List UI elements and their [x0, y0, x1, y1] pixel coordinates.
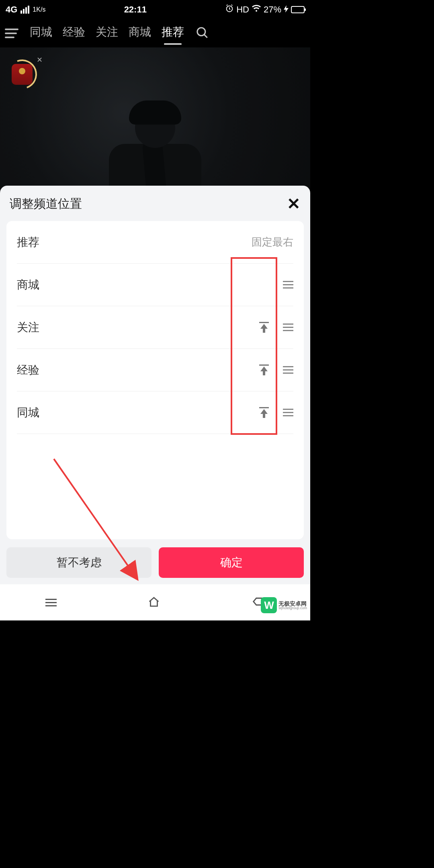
tab-follow[interactable]: 关注: [96, 25, 118, 42]
charging-icon: [284, 4, 289, 15]
battery-percent: 27%: [264, 4, 281, 15]
search-icon[interactable]: [195, 26, 209, 41]
recent-apps-button[interactable]: [45, 599, 57, 606]
home-button[interactable]: [147, 595, 161, 610]
watermark-title: 无极安卓网: [278, 601, 307, 606]
battery-icon: [291, 6, 305, 13]
watermark: W 无极安卓网 wjhotelgroup.com: [261, 597, 307, 613]
signal-icon: [20, 6, 29, 14]
watermark-url: wjhotelgroup.com: [278, 606, 307, 610]
channel-order-sheet: 调整频道位置 ✕ 推荐 固定最右 商城 关注 经验 同城: [0, 186, 310, 584]
svg-point-1: [197, 28, 205, 36]
wifi-icon: [252, 4, 261, 16]
channel-name: 推荐: [17, 235, 252, 250]
drag-handle-icon[interactable]: [283, 323, 293, 331]
channel-tabs: 同城 经验 关注 商城 推荐: [30, 25, 184, 42]
tab-recommend[interactable]: 推荐: [162, 25, 184, 42]
network-type: 4G: [6, 4, 17, 15]
cancel-button[interactable]: 暂不考虑: [6, 547, 151, 578]
status-bar: 4G 1K/s 22:11 HD 27%: [0, 0, 310, 19]
close-reward-icon[interactable]: ✕: [37, 55, 43, 64]
watermark-logo: W: [261, 597, 277, 613]
menu-icon[interactable]: [5, 29, 18, 38]
drag-handle-icon[interactable]: [283, 281, 293, 289]
channel-name: 关注: [17, 320, 257, 335]
drag-handle-icon[interactable]: [283, 409, 293, 416]
annotation-highlight-box: [231, 257, 277, 435]
tab-mall[interactable]: 商城: [129, 25, 151, 42]
channel-name: 商城: [17, 277, 257, 293]
alarm-icon: [225, 4, 234, 15]
channel-name: 同城: [17, 405, 257, 420]
tab-local[interactable]: 同城: [30, 25, 52, 42]
channel-name: 经验: [17, 362, 257, 378]
drag-handle-icon[interactable]: [283, 366, 293, 374]
tab-experience[interactable]: 经验: [63, 25, 85, 42]
channel-list: 推荐 固定最右 商城 关注 经验 同城: [6, 221, 304, 539]
top-nav: 同城 经验 关注 商城 推荐: [0, 19, 310, 47]
fixed-label: 固定最右: [252, 235, 293, 249]
hd-label: HD: [236, 4, 249, 15]
sheet-title: 调整频道位置: [10, 196, 82, 212]
confirm-button[interactable]: 确定: [159, 547, 304, 578]
close-icon[interactable]: ✕: [287, 194, 301, 213]
reward-widget[interactable]: ✕: [7, 59, 37, 89]
clock: 22:11: [45, 4, 225, 15]
network-speed: 1K/s: [33, 6, 45, 13]
